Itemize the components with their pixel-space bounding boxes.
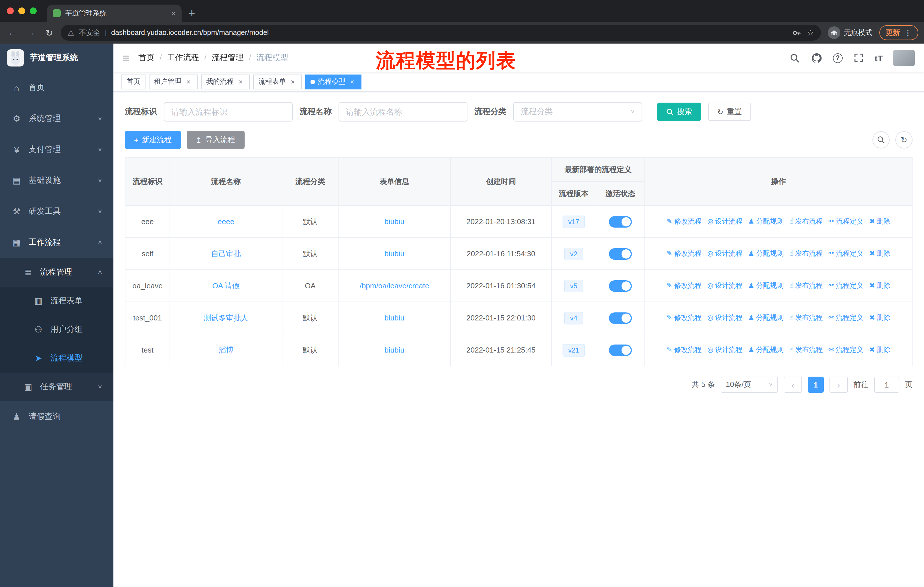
sidebar-item-user-group[interactable]: ⚇ 用户分组 [0,315,114,344]
sidebar-item-payment-management[interactable]: ¥ 支付管理 ˅ [0,134,114,165]
form-info-link[interactable]: biubiu [384,314,404,322]
sidebar-item-task-management[interactable]: ▣ 任务管理 ˅ [0,373,114,401]
sidebar-item-process-management[interactable]: ≣ 流程管理 ˄ [0,258,114,287]
create-process-button[interactable]: + 新建流程 [125,131,181,149]
tag-process-model[interactable]: 流程模型 [305,74,361,89]
process-name-link[interactable]: 测试多审批人 [204,313,248,322]
form-info-link[interactable]: /bpm/oa/leave/create [360,281,429,290]
assign-rule-action-link[interactable]: ♟分配规则 [748,281,784,289]
edit-action-link[interactable]: ✎修改流程 [667,346,701,354]
edit-action-link[interactable]: ✎修改流程 [667,250,701,257]
url-text[interactable]: dashboard.yudao.iocoder.cn/bpm/manager/m… [111,29,786,37]
update-button[interactable]: 更新 ⋮ [879,25,918,40]
active-toggle[interactable] [609,344,632,356]
definition-action-link[interactable]: ⚯流程定义 [828,217,864,225]
process-id-input[interactable] [164,102,293,122]
process-category-select[interactable]: 流程分类 ˅ [513,102,642,122]
assign-rule-action-link[interactable]: ♟分配规则 [748,314,784,322]
address-bar[interactable]: ⚠ 不安全 | dashboard.yudao.iocoder.cn/bpm/m… [61,25,821,41]
window-zoom-button[interactable] [30,7,37,14]
tag-home[interactable]: 首页 [121,74,145,89]
breadcrumb-item[interactable]: 工作流程 [167,53,212,63]
new-tab-button[interactable]: + [188,7,195,19]
window-close-button[interactable] [7,7,14,14]
design-action-link[interactable]: ◎设计流程 [707,346,742,354]
reload-icon[interactable]: ↻ [42,27,56,38]
sidebar-item-home[interactable]: ⌂ 首页 [0,72,114,103]
delete-action-link[interactable]: ✖删除 [869,250,891,257]
form-info-link[interactable]: biubiu [384,217,404,226]
form-info-link[interactable]: biubiu [384,346,404,354]
prev-page-button[interactable]: ‹ [784,377,802,393]
sidebar-item-workflow[interactable]: ▦ 工作流程 ˄ [0,227,114,258]
delete-action-link[interactable]: ✖删除 [869,314,891,322]
tag-tenant-management[interactable]: 租户管理 [149,74,198,89]
page-size-select[interactable]: 10条/页 ˅ [721,377,778,393]
process-name-link[interactable]: eeee [218,217,234,226]
close-icon[interactable] [289,78,297,86]
active-toggle[interactable] [609,216,632,227]
tab-close-icon[interactable]: × [171,8,176,18]
breadcrumb-item[interactable]: 流程管理 [212,53,256,63]
form-info-link[interactable]: biubiu [384,250,404,258]
active-toggle[interactable] [609,248,632,260]
goto-page-input[interactable] [874,377,899,393]
breadcrumb-item[interactable]: 首页 [139,53,167,63]
assign-rule-action-link[interactable]: ♟分配规则 [748,250,784,257]
import-process-button[interactable]: ↥ 导入流程 [186,131,244,149]
process-name-input[interactable] [338,102,467,122]
edit-action-link[interactable]: ✎修改流程 [667,217,701,225]
sidebar-item-dev-tools[interactable]: ⚒ 研发工具 ˅ [0,196,114,227]
menu-dots-icon[interactable]: ⋮ [904,28,912,37]
definition-action-link[interactable]: ⚯流程定义 [828,346,864,354]
window-minimize-button[interactable] [18,7,25,14]
security-label[interactable]: 不安全 [79,28,100,38]
assign-rule-action-link[interactable]: ♟分配规则 [748,217,784,225]
definition-action-link[interactable]: ⚯流程定义 [828,281,864,289]
next-page-button[interactable]: › [830,377,848,393]
close-icon[interactable] [348,78,356,86]
active-toggle[interactable] [609,312,632,324]
design-action-link[interactable]: ◎设计流程 [707,250,742,257]
hamburger-icon[interactable]: ≡ [122,52,129,64]
sidebar-item-infrastructure[interactable]: ▤ 基础设施 ˅ [0,165,114,196]
publish-action-link[interactable]: ☝发布流程 [789,217,823,225]
sidebar-item-leave-query[interactable]: ♟ 请假查询 [0,401,114,432]
delete-action-link[interactable]: ✖删除 [869,281,891,289]
page-number-button[interactable]: 1 [808,377,824,393]
search-button[interactable]: 搜索 [657,103,701,121]
process-name-link[interactable]: OA 请假 [212,281,239,290]
publish-action-link[interactable]: ☝发布流程 [789,250,823,257]
browser-tab[interactable]: 芋道管理系统 × [47,5,182,22]
github-icon[interactable] [811,52,823,64]
key-icon[interactable] [791,27,802,38]
close-icon[interactable] [185,78,193,86]
sidebar-item-system-management[interactable]: ⚙ 系统管理 ˅ [0,103,114,134]
edit-action-link[interactable]: ✎修改流程 [667,314,701,322]
active-toggle[interactable] [609,280,632,291]
publish-action-link[interactable]: ☝发布流程 [789,346,823,354]
definition-action-link[interactable]: ⚯流程定义 [828,314,864,322]
search-icon[interactable] [789,52,801,64]
design-action-link[interactable]: ◎设计流程 [707,314,742,322]
publish-action-link[interactable]: ☝发布流程 [789,281,823,289]
font-size-icon[interactable]: tT [875,53,883,63]
back-icon[interactable]: ← [6,28,20,38]
help-icon[interactable]: ? [833,53,843,63]
process-name-link[interactable]: 滔博 [219,346,233,354]
publish-action-link[interactable]: ☝发布流程 [789,314,823,322]
sidebar-item-process-form[interactable]: ▥ 流程表单 [0,287,114,315]
assign-rule-action-link[interactable]: ♟分配规则 [748,346,784,354]
design-action-link[interactable]: ◎设计流程 [707,217,742,225]
tag-process-form[interactable]: 流程表单 [253,74,302,89]
edit-action-link[interactable]: ✎修改流程 [667,281,701,289]
close-icon[interactable] [237,78,244,86]
bookmark-star-icon[interactable]: ☆ [807,28,814,37]
forward-icon[interactable]: → [24,28,38,38]
tag-my-process[interactable]: 我的流程 [201,74,250,89]
process-name-link[interactable]: 自己审批 [211,249,241,258]
design-action-link[interactable]: ◎设计流程 [707,281,742,289]
delete-action-link[interactable]: ✖删除 [869,217,891,225]
refresh-table-button[interactable]: ↻ [895,131,912,149]
reset-button[interactable]: ↻ 重置 [708,103,751,121]
